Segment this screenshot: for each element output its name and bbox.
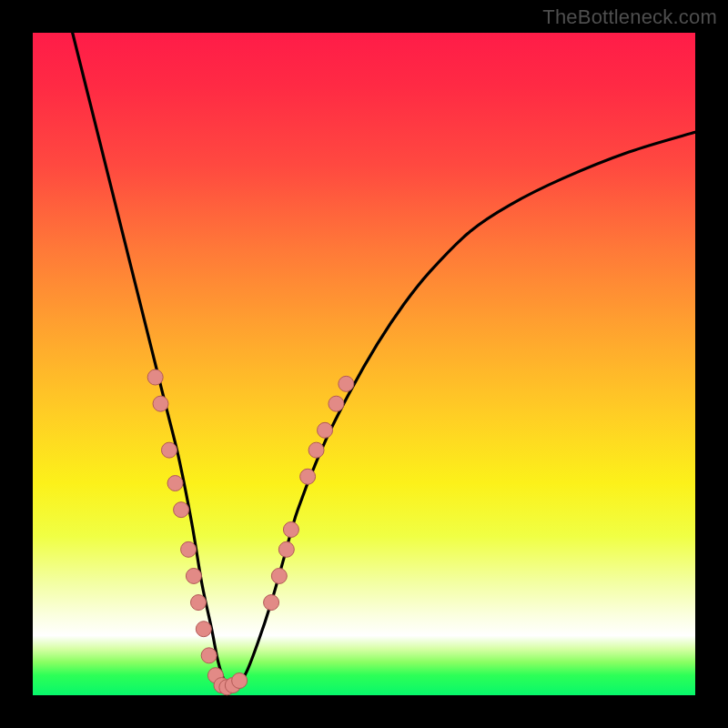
curve-svg xyxy=(33,33,695,695)
curve-marker xyxy=(308,442,324,458)
curve-marker xyxy=(196,622,211,637)
curve-markers xyxy=(147,369,354,695)
curve-marker xyxy=(232,672,248,688)
bottleneck-curve xyxy=(73,33,695,689)
curve-marker xyxy=(191,595,207,611)
curve-marker xyxy=(153,396,168,411)
chart-frame: TheBottleneck.com xyxy=(0,0,728,728)
curve-marker xyxy=(278,541,294,557)
curve-marker xyxy=(186,568,201,583)
attribution-label: TheBottleneck.com xyxy=(542,5,717,29)
curve-marker xyxy=(339,376,354,391)
plot-area xyxy=(33,33,695,695)
curve-marker xyxy=(181,541,197,557)
curve-marker xyxy=(264,595,279,611)
curve-marker xyxy=(174,502,189,518)
curve-marker xyxy=(201,648,217,663)
curve-marker xyxy=(271,568,287,583)
curve-marker xyxy=(147,369,163,385)
curve-marker xyxy=(329,396,344,411)
curve-marker xyxy=(283,522,298,538)
curve-marker xyxy=(318,422,333,438)
curve-marker xyxy=(161,442,177,458)
curve-marker xyxy=(167,476,183,491)
curve-marker xyxy=(300,469,316,484)
